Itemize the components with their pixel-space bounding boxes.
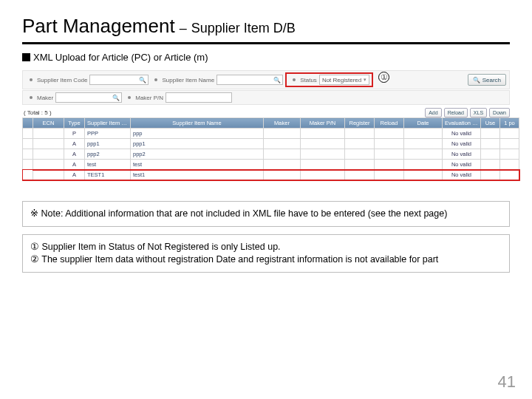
section-subhead: XML Upload for Article (PC) or Article (… <box>22 52 510 63</box>
results-grid: ECN Type Supplier Item Code Supplier Ite… <box>22 117 519 180</box>
select-status[interactable]: Not Registered ▾ <box>319 75 369 85</box>
table-cell <box>404 160 443 170</box>
table-cell <box>33 149 64 160</box>
table-cell <box>264 160 301 170</box>
col-use[interactable]: Use <box>481 118 500 129</box>
search-button-label: Search <box>482 77 501 83</box>
bullet-icon <box>30 96 33 99</box>
table-cell <box>500 160 519 170</box>
input-supplier-item-name[interactable]: 🔍 <box>216 75 283 85</box>
annotation-1-marker: ① <box>378 72 389 83</box>
label-supplier-item-code: Supplier Item Code <box>37 77 87 83</box>
table-row[interactable]: Appp1ppp1No valid <box>23 139 519 149</box>
table-cell <box>345 129 375 139</box>
search-row-2: Maker 🔍 Maker P/N <box>22 90 510 105</box>
table-cell <box>33 139 64 149</box>
bullet-icon <box>293 78 296 81</box>
magnifier-icon[interactable]: 🔍 <box>112 95 120 101</box>
table-cell <box>481 129 500 139</box>
table-cell <box>33 129 64 139</box>
table-cell <box>404 149 443 160</box>
table-cell <box>33 170 64 180</box>
input-supplier-item-code[interactable]: 🔍 <box>89 75 149 85</box>
table-cell: ② <box>23 170 33 180</box>
input-maker[interactable]: 🔍 <box>55 92 122 103</box>
table-cell <box>500 170 519 180</box>
status-value: Not Registered <box>322 77 361 83</box>
table-cell: No valid <box>443 170 481 180</box>
table-cell: ppp <box>131 129 264 139</box>
table-cell: No valid <box>443 129 481 139</box>
search-button[interactable]: 🔍 Search <box>468 74 506 86</box>
reload-button[interactable]: Reload <box>444 108 468 117</box>
table-cell <box>301 129 345 139</box>
col-reload[interactable]: Reload <box>375 118 404 129</box>
table-cell: No valid <box>443 139 481 149</box>
down-button[interactable]: Down <box>489 108 510 117</box>
col-makerpn[interactable]: Maker P/N <box>301 118 345 129</box>
magnifier-icon[interactable]: 🔍 <box>139 77 146 83</box>
table-cell: PPP <box>85 129 131 139</box>
col-date[interactable]: Date <box>404 118 443 129</box>
col-sin[interactable]: Supplier Item Name <box>131 118 264 129</box>
app-screenshot: Supplier Item Code 🔍 Supplier Item Name … <box>22 70 510 180</box>
table-cell: P <box>64 129 85 139</box>
note-text-0: ※ Note: Additional information that are … <box>30 208 502 220</box>
table-cell: A <box>64 139 85 149</box>
label-maker-pn: Maker P/N <box>135 95 163 101</box>
search-row-1: Supplier Item Code 🔍 Supplier Item Name … <box>22 70 510 89</box>
table-row[interactable]: AtesttestNo valid <box>23 160 519 170</box>
col-checkbox[interactable] <box>23 118 33 129</box>
label-supplier-item-name: Supplier Item Name <box>162 77 214 83</box>
table-cell: test <box>85 160 131 170</box>
table-cell <box>375 160 404 170</box>
col-ecn[interactable]: ECN <box>33 118 64 129</box>
bullet-icon <box>128 96 131 99</box>
col-evd[interactable]: Evaluation valid Date <box>443 118 481 129</box>
table-cell <box>500 139 519 149</box>
status-highlight: Status Not Registered ▾ <box>285 72 373 87</box>
col-type[interactable]: Type <box>64 118 85 129</box>
table-cell: ppp1 <box>131 139 264 149</box>
table-cell <box>375 170 404 180</box>
table-row[interactable]: PPPPpppNo valid <box>23 129 519 139</box>
add-button[interactable]: Add <box>425 108 441 117</box>
slide-title: Part Management – Supplier Item D/B <box>22 15 510 44</box>
col-maker[interactable]: Maker <box>264 118 301 129</box>
note-box-2: ① Supplier Item in Status of Not Registe… <box>22 234 510 273</box>
table-cell <box>375 149 404 160</box>
table-cell <box>500 149 519 160</box>
grid-toolbar: Add Reload XLS Down <box>425 108 510 117</box>
bullet-icon <box>154 78 157 81</box>
magnifier-icon[interactable]: 🔍 <box>273 77 281 83</box>
table-cell <box>375 139 404 149</box>
label-maker: Maker <box>37 95 53 101</box>
table-cell <box>23 129 33 139</box>
table-cell <box>481 160 500 170</box>
table-cell: ppp2 <box>131 149 264 160</box>
table-cell <box>481 139 500 149</box>
table-cell: ppp2 <box>85 149 131 160</box>
table-cell <box>345 170 375 180</box>
note-text-1b: ② The supplier Item data without registr… <box>30 253 502 266</box>
table-row[interactable]: Appp2ppp2No valid <box>23 149 519 160</box>
col-npo[interactable]: 1 po <box>500 118 519 129</box>
magnifier-icon: 🔍 <box>473 77 480 83</box>
table-cell: ppp1 <box>85 139 131 149</box>
table-cell <box>375 129 404 139</box>
table-cell <box>301 149 345 160</box>
col-sic[interactable]: Supplier Item Code <box>85 118 131 129</box>
title-sub: Supplier Item D/B <box>191 21 296 36</box>
col-register[interactable]: Register <box>345 118 375 129</box>
table-cell <box>500 129 519 139</box>
table-cell <box>301 139 345 149</box>
chevron-down-icon: ▾ <box>364 77 366 83</box>
table-row[interactable]: ②ATEST1test1No valid <box>23 170 519 180</box>
table-cell <box>264 129 301 139</box>
note-text-1a: ① Supplier Item in Status of Not Registe… <box>30 241 502 253</box>
table-cell: A <box>64 170 85 180</box>
table-cell: TEST1 <box>85 170 131 180</box>
table-cell <box>23 160 33 170</box>
input-maker-pn[interactable] <box>166 92 232 103</box>
xls-button[interactable]: XLS <box>470 108 487 117</box>
